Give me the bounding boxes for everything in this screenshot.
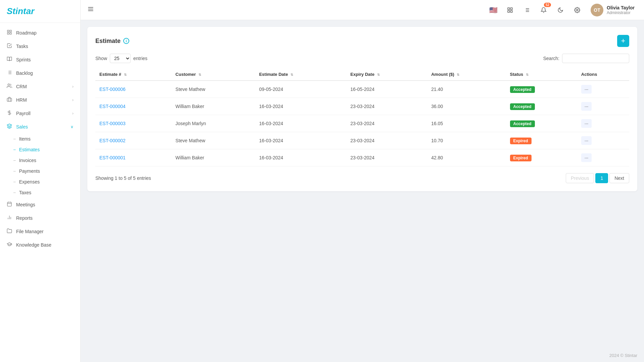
meetings-icon	[7, 201, 12, 208]
cell-status: Accepted	[506, 98, 577, 115]
estimate-link[interactable]: EST-000003	[99, 121, 126, 126]
info-icon[interactable]: i	[123, 38, 129, 44]
sidebar-sub-item-expenses[interactable]: Expenses	[0, 176, 80, 187]
sales-chevron-icon: ∨	[71, 124, 74, 129]
language-selector[interactable]: 🇺🇸	[487, 4, 499, 16]
svg-rect-26	[511, 10, 512, 12]
main-area: 🇺🇸 52 OT Olivia Taylor	[81, 0, 644, 362]
entries-select[interactable]: 25 10 50 100	[110, 54, 131, 63]
cell-customer: Steve Mathew	[172, 81, 255, 98]
page-title: Estimate	[95, 38, 121, 45]
svg-rect-1	[10, 30, 11, 32]
tools-button[interactable]	[521, 4, 533, 16]
pagination-row: Showing 1 to 5 of 5 entries Previous 1 N…	[95, 173, 629, 183]
apps-button[interactable]	[504, 4, 516, 16]
estimate-link[interactable]: EST-000001	[99, 155, 126, 160]
cell-status: Expired	[506, 149, 577, 166]
sidebar-sub-item-taxes[interactable]: Taxes	[0, 187, 80, 198]
sort-icon-amount: ⇅	[457, 73, 459, 76]
cell-amount: 42.80	[427, 149, 506, 166]
crm-chevron-icon: ›	[72, 84, 74, 89]
sidebar-item-reports[interactable]: Reports	[0, 211, 80, 225]
previous-button[interactable]: Previous	[566, 173, 594, 183]
sort-icon-est-date: ⇅	[290, 73, 293, 76]
estimate-link[interactable]: EST-000002	[99, 138, 126, 143]
status-badge: Accepted	[510, 120, 535, 127]
sidebar-item-hrm-label: HRM	[16, 97, 27, 103]
cell-amount: 36.00	[427, 98, 506, 115]
search-label: Search:	[543, 56, 559, 61]
sidebar-item-crm[interactable]: CRM ›	[0, 80, 80, 93]
status-badge: Expired	[510, 155, 532, 161]
content-area: Estimate i + Show 25 10 50 100 entries	[81, 20, 644, 349]
col-estimate-no[interactable]: Estimate # ⇅	[95, 68, 172, 81]
svg-rect-0	[7, 30, 9, 32]
estimate-link[interactable]: EST-000006	[99, 87, 126, 92]
cell-actions: ···	[577, 149, 629, 166]
user-profile[interactable]: OT Olivia Taylor Administrator	[588, 2, 637, 18]
backlog-icon	[7, 70, 12, 76]
svg-rect-24	[511, 8, 512, 9]
cell-actions: ···	[577, 115, 629, 132]
dark-mode-button[interactable]	[554, 4, 566, 16]
sidebar-item-meetings-label: Meetings	[16, 202, 35, 207]
cell-status: Accepted	[506, 115, 577, 132]
add-estimate-button[interactable]: +	[617, 35, 629, 47]
table-row: EST-000003 Joseph Marlyn 16-03-2024 23-0…	[95, 115, 629, 132]
sidebar: Stintar Roadmap Tasks Sprints	[0, 0, 81, 362]
row-action-button[interactable]: ···	[581, 102, 592, 111]
sidebar-item-backlog[interactable]: Backlog	[0, 66, 80, 80]
sidebar-item-sales-label: Sales	[16, 124, 28, 130]
sidebar-item-knowledge-base[interactable]: Knowledge Base	[0, 238, 80, 252]
row-action-button[interactable]: ···	[581, 119, 592, 128]
sort-icon-customer: ⇅	[198, 73, 201, 76]
sidebar-sub-item-estimates[interactable]: Estimates	[0, 144, 80, 155]
col-status[interactable]: Status ⇅	[506, 68, 577, 81]
cell-customer: Steve Mathew	[172, 132, 255, 149]
sidebar-item-hrm[interactable]: HRM ›	[0, 93, 80, 107]
col-expiry-date[interactable]: Expiry Date ⇅	[347, 68, 427, 81]
row-action-button[interactable]: ···	[581, 136, 592, 145]
cell-estimate-no: EST-000006	[95, 81, 172, 98]
next-button[interactable]: Next	[609, 173, 629, 183]
sidebar-sub-estimates-label: Estimates	[19, 147, 40, 152]
cell-actions: ···	[577, 132, 629, 149]
showing-text: Showing 1 to 5 of 5 entries	[95, 175, 151, 181]
estimate-link[interactable]: EST-000004	[99, 104, 126, 109]
menu-toggle-button[interactable]	[87, 6, 94, 14]
sidebar-item-file-manager[interactable]: File Manager	[0, 225, 80, 238]
sidebar-sub-item-items[interactable]: Items	[0, 134, 80, 144]
show-entries: Show 25 10 50 100 entries	[95, 54, 147, 63]
svg-rect-11	[7, 98, 11, 101]
sidebar-sub-item-invoices[interactable]: Invoices	[0, 155, 80, 166]
table-controls: Show 25 10 50 100 entries Search:	[95, 54, 629, 63]
search-input[interactable]	[562, 54, 629, 63]
sidebar-item-payroll[interactable]: Payroll ›	[0, 107, 80, 120]
roadmap-icon	[7, 30, 12, 36]
settings-button[interactable]	[571, 4, 583, 16]
row-action-button[interactable]: ···	[581, 85, 592, 94]
cell-customer: William Baker	[172, 98, 255, 115]
sidebar-item-sales[interactable]: Sales ∨	[0, 120, 80, 134]
sidebar-sub-item-payments[interactable]: Payments	[0, 166, 80, 176]
entries-label: entries	[133, 56, 147, 61]
hrm-chevron-icon: ›	[72, 98, 74, 102]
logo-text: Stintar	[7, 6, 34, 16]
col-estimate-date[interactable]: Estimate Date ⇅	[255, 68, 347, 81]
user-info: Olivia Taylor Administrator	[607, 5, 635, 15]
sidebar-item-roadmap[interactable]: Roadmap	[0, 26, 80, 40]
sidebar-item-sprints[interactable]: Sprints	[0, 53, 80, 66]
sidebar-item-tasks[interactable]: Tasks	[0, 40, 80, 53]
svg-point-10	[8, 84, 9, 86]
sort-icon-exp-date: ⇅	[377, 73, 380, 76]
row-action-button[interactable]: ···	[581, 153, 592, 162]
cell-estimate-no: EST-000003	[95, 115, 172, 132]
avatar-initials: OT	[594, 7, 600, 13]
page-1-button[interactable]: 1	[595, 173, 608, 183]
col-customer[interactable]: Customer ⇅	[172, 68, 255, 81]
notifications-button[interactable]: 52	[538, 4, 550, 16]
col-amount[interactable]: Amount ($) ⇅	[427, 68, 506, 81]
estimates-table: Estimate # ⇅ Customer ⇅ Estimate Date ⇅ …	[95, 68, 629, 166]
sidebar-item-meetings[interactable]: Meetings	[0, 198, 80, 211]
sort-icon-status: ⇅	[526, 73, 528, 76]
